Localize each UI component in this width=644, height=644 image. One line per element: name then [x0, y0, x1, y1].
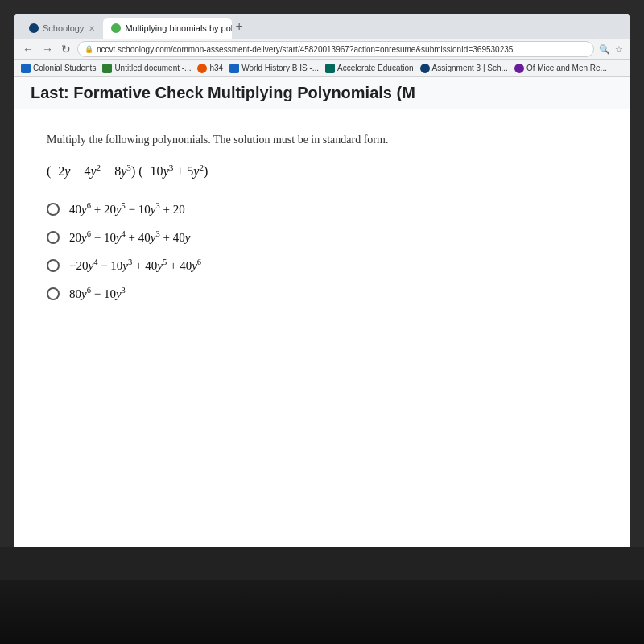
bookmark-accelerate[interactable]: Accelerate Education: [325, 64, 414, 73]
bookmark-label-worldhistory: World History B IS -...: [242, 64, 319, 72]
bookmark-label-doc: Untitled document -...: [114, 64, 191, 72]
answer-option-c[interactable]: −20y4 − 10y3 + 40y5 + 40y6: [47, 258, 597, 273]
new-tab-button[interactable]: +: [235, 19, 242, 34]
schoology-favicon: [29, 23, 39, 33]
answer-options: 40y6 + 20y5 − 10y3 + 20 20y6 − 10y4 + 40…: [47, 201, 597, 301]
browser-chrome: Schoology ✕ Multiplying binomials by pol…: [14, 14, 630, 60]
bookmark-icon-mice: [514, 64, 524, 73]
page-title-bar: Last: Formative Check Multiplying Polyno…: [14, 77, 630, 109]
tab-multiplying-label: Multiplying binomials by polyno...: [125, 23, 232, 33]
answer-text-c: −20y4 − 10y3 + 40y5 + 40y6: [69, 258, 201, 273]
bookmark-assignment3[interactable]: Assignment 3 | Sch...: [420, 64, 508, 73]
bookmark-h34[interactable]: h34: [197, 64, 223, 73]
bookmark-icon-doc: [102, 64, 112, 73]
search-icon[interactable]: 🔍: [599, 44, 610, 55]
bookmark-label-mice: Of Mice and Men Re...: [526, 64, 607, 72]
bookmark-icon-worldhistory: [229, 64, 239, 73]
question-expression: (−2y − 4y2 − 8y3) (−10y3 + 5y2): [47, 163, 597, 179]
bookmark-icon-h34: [197, 64, 207, 73]
address-bar[interactable]: 🔒 nccvt.schoology.com/common-assessment-…: [77, 41, 594, 57]
answer-option-b[interactable]: 20y6 − 10y4 + 40y3 + 40y: [47, 229, 597, 245]
bookmark-label-assignment3: Assignment 3 | Sch...: [432, 64, 508, 72]
lock-icon: 🔒: [85, 45, 93, 53]
multiplying-favicon: [111, 23, 121, 33]
monitor: Schoology ✕ Multiplying binomials by pol…: [0, 0, 644, 644]
address-bar-row: ← → ↻ 🔒 nccvt.schoology.com/common-asses…: [14, 39, 630, 60]
bookmark-label-accelerate: Accelerate Education: [337, 64, 414, 72]
tab-multiplying[interactable]: Multiplying binomials by polyno... ✕: [103, 18, 232, 39]
desk-area: [0, 580, 644, 644]
answer-option-d[interactable]: 80y6 − 10y3: [47, 286, 597, 301]
question-area: Multiply the following polynomials. The …: [14, 109, 630, 325]
tab-schoology-label: Schoology: [43, 23, 84, 33]
answer-text-a: 40y6 + 20y5 − 10y3 + 20: [69, 201, 185, 217]
page-title: Last: Formative Check Multiplying Polyno…: [31, 84, 613, 102]
radio-c[interactable]: [47, 259, 60, 272]
screen: Schoology ✕ Multiplying binomials by pol…: [14, 14, 630, 562]
bookmark-untitled-doc[interactable]: Untitled document -...: [102, 64, 191, 73]
bookmark-mice-men[interactable]: Of Mice and Men Re...: [514, 64, 607, 73]
star-icon[interactable]: ☆: [615, 44, 623, 55]
radio-d[interactable]: [47, 287, 60, 300]
reload-button[interactable]: ↻: [60, 43, 72, 56]
answer-option-a[interactable]: 40y6 + 20y5 − 10y3 + 20: [47, 201, 597, 217]
bookmark-icon-accelerate: [325, 64, 335, 73]
bookmark-label-colonial: Colonial Students: [33, 64, 96, 72]
tab-schoology[interactable]: Schoology ✕: [21, 18, 103, 39]
address-text: nccvt.schoology.com/common-assessment-de…: [97, 45, 587, 54]
radio-b[interactable]: [47, 231, 60, 244]
answer-text-b: 20y6 − 10y4 + 40y3 + 40y: [69, 229, 190, 245]
answer-text-d: 80y6 − 10y3: [69, 286, 126, 301]
tab-close-schoology[interactable]: ✕: [89, 24, 95, 33]
tab-bar: Schoology ✕ Multiplying binomials by pol…: [14, 14, 630, 39]
back-button[interactable]: ←: [21, 43, 35, 56]
bookmarks-bar: Colonial Students Untitled document -...…: [14, 60, 630, 77]
bookmark-icon-assignment3: [420, 64, 430, 73]
bookmark-world-history[interactable]: World History B IS -...: [229, 64, 319, 73]
question-instruction: Multiply the following polynomials. The …: [47, 134, 597, 147]
bookmark-icon-colonial: [21, 64, 31, 73]
bookmark-label-h34: h34: [209, 64, 223, 72]
page-content: Last: Formative Check Multiplying Polyno…: [14, 77, 630, 562]
radio-a[interactable]: [47, 203, 60, 216]
forward-button[interactable]: →: [40, 43, 55, 56]
bookmark-colonial-students[interactable]: Colonial Students: [21, 64, 96, 73]
